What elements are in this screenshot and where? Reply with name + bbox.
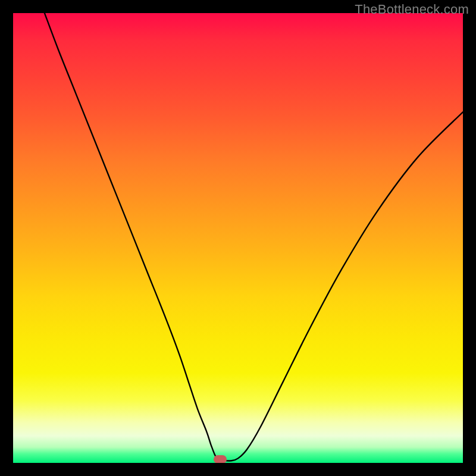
optimum-marker — [214, 455, 227, 463]
watermark-label: TheBottleneck.com — [355, 2, 469, 17]
bottleneck-curve — [13, 13, 463, 463]
plot-area — [13, 13, 463, 463]
chart-frame: TheBottleneck.com — [0, 0, 476, 476]
